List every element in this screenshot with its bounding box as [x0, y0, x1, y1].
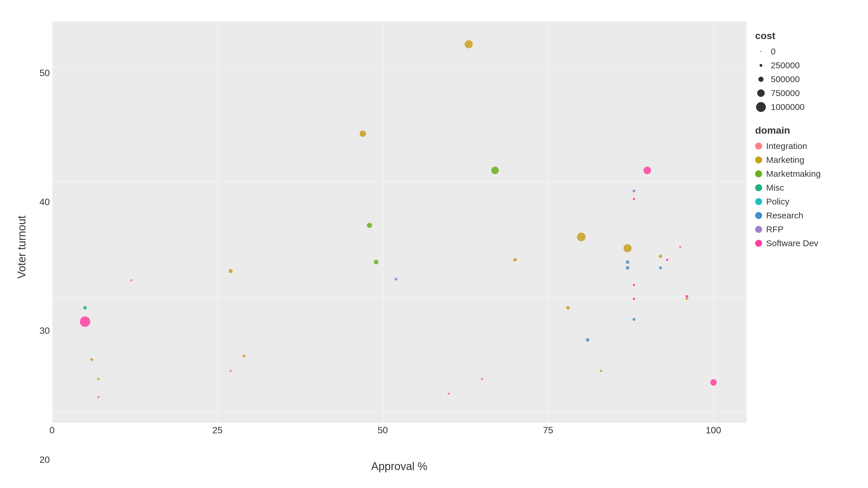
data-point: [243, 355, 245, 358]
grid-line-h: [52, 67, 746, 67]
legend-domain-label: Marketing: [766, 155, 804, 165]
legend-circle-wrap: [755, 102, 767, 112]
legend-circle-wrap: [755, 89, 767, 97]
data-point: [626, 266, 629, 270]
x-tick-label: 50: [378, 425, 388, 436]
legend-cost-item: 250000: [755, 61, 848, 70]
legend-domain-dot: [755, 226, 762, 233]
legend-domain-dot: [755, 184, 762, 191]
legend-cost-label: 250000: [771, 61, 800, 70]
legend-domain-item: Marketmaking: [755, 169, 848, 179]
legend-cost-item: 1000000: [755, 102, 848, 112]
grid-line-h: [52, 182, 746, 182]
y-tick-label: 40: [39, 196, 50, 207]
chart-container: Voter turnout 20304050 0255075100 Approv…: [6, 10, 862, 479]
legend-domain-label: Policy: [766, 197, 789, 206]
legend-cost-item: 0: [755, 46, 848, 56]
grid-line-v: [713, 22, 714, 423]
legend-domain-label: Marketmaking: [766, 169, 820, 179]
data-point: [130, 279, 132, 282]
data-point: [83, 306, 87, 310]
grid-line-v: [217, 22, 218, 423]
legend-domain-dot: [755, 198, 762, 205]
grid-line-v: [548, 22, 548, 423]
legend-domain-item: Marketing: [755, 155, 848, 165]
legend-cost-title: cost: [755, 30, 848, 41]
data-point: [481, 378, 483, 380]
legend-cost-item: 750000: [755, 88, 848, 98]
x-tick-label: 0: [50, 425, 55, 436]
data-point: [97, 378, 99, 380]
legend-domain-dot: [755, 240, 762, 247]
legend-domain-label: Software Dev: [766, 238, 818, 248]
legend-cost-item: 500000: [755, 74, 848, 84]
legend-cost-circle: [757, 89, 765, 97]
legend-domain-dot: [755, 157, 762, 163]
legend-domain-item: Misc: [755, 183, 848, 193]
data-point: [513, 258, 517, 261]
legend-domain-item: Integration: [755, 141, 848, 151]
data-point: [710, 379, 717, 386]
legend-cost-label: 500000: [771, 74, 800, 84]
data-point: [686, 298, 688, 300]
legend-circle-wrap: [755, 64, 767, 67]
data-point: [447, 393, 450, 395]
chart-area: Voter turnout 20304050 0255075100 Approv…: [11, 22, 746, 473]
legend-cost-circle: [760, 64, 763, 67]
legend-domain-dot: [755, 142, 762, 150]
y-tick-label: 50: [39, 67, 50, 78]
data-point: [632, 190, 636, 192]
data-point: [626, 260, 629, 264]
legend-cost-circle: [756, 102, 766, 112]
legend-domain-label: Misc: [766, 183, 784, 193]
data-point: [395, 278, 398, 281]
plot-frame: [52, 22, 746, 423]
legend-cost-label: 0: [771, 46, 776, 56]
data-point: [97, 396, 99, 398]
legend-cost-label: 750000: [771, 88, 800, 98]
data-point: [633, 284, 635, 286]
y-tick-label: 30: [39, 325, 50, 336]
data-point: [679, 246, 681, 248]
data-point: [367, 223, 372, 228]
legend-domain-item: Software Dev: [755, 238, 848, 248]
legend-domain-item: RFP: [755, 225, 848, 234]
plot-and-xaxis: 0255075100 Approval %: [52, 22, 746, 473]
legend-domain-label: Integration: [766, 141, 807, 151]
data-point: [644, 167, 651, 174]
y-axis-label: Voter turnout: [11, 22, 29, 473]
data-point: [228, 269, 232, 273]
grid-line-h: [52, 296, 746, 297]
legend-domain-title: domain: [755, 125, 848, 136]
legend-domain-dot: [755, 212, 762, 219]
legend-domain-item: Policy: [755, 197, 848, 206]
x-tick-label: 25: [212, 425, 223, 436]
x-tick-label: 75: [543, 425, 553, 436]
plot-wrapper: Voter turnout 20304050 0255075100 Approv…: [11, 22, 746, 473]
data-point: [491, 167, 499, 174]
data-point: [360, 130, 366, 137]
legend-cost-circle: [758, 77, 764, 82]
data-point: [659, 255, 662, 258]
legend-domain-dot: [755, 170, 762, 177]
legend-cost-label: 1000000: [771, 102, 805, 112]
data-point: [586, 338, 589, 341]
legend-domain-label: Research: [766, 210, 803, 220]
data-point: [374, 260, 378, 264]
legend-domain-label: RFP: [766, 225, 783, 234]
data-point: [633, 298, 635, 300]
data-point: [632, 318, 636, 321]
data-point: [566, 306, 570, 310]
x-axis-title: Approval %: [52, 460, 746, 473]
data-point: [577, 233, 586, 241]
x-axis-area: 0255075100: [52, 423, 746, 446]
data-point: [623, 244, 631, 252]
data-point: [659, 266, 662, 269]
x-tick-label: 100: [706, 425, 721, 436]
legend-circle-wrap: [755, 77, 767, 82]
y-ticks-area: 20304050: [29, 22, 52, 473]
data-point: [633, 198, 635, 200]
grid-line-v: [383, 22, 383, 423]
data-point: [80, 317, 90, 327]
data-point: [465, 40, 473, 48]
